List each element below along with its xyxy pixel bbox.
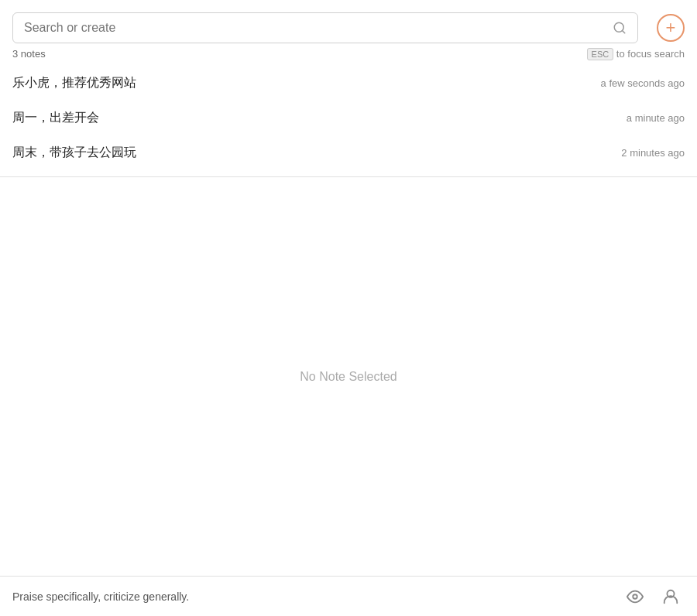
footer-icons: [621, 583, 685, 611]
add-note-button[interactable]: +: [657, 14, 685, 42]
user-icon: [662, 588, 679, 605]
esc-key: ESC: [587, 48, 614, 60]
esc-hint-suffix: to focus search: [613, 48, 685, 60]
search-icon: [613, 21, 627, 35]
note-time: a few seconds ago: [601, 77, 685, 89]
list-item[interactable]: 周一，出差开会 a minute ago: [12, 101, 685, 135]
notes-count: 3 notes: [12, 48, 46, 60]
svg-point-2: [633, 594, 637, 599]
list-item[interactable]: 乐小虎，推荐优秀网站 a few seconds ago: [12, 66, 685, 101]
list-item[interactable]: 周末，带孩子去公园玩 2 minutes ago: [12, 135, 685, 170]
footer-quote: Praise specifically, criticize generally…: [12, 590, 621, 603]
main-content: No Note Selected: [0, 177, 697, 576]
user-icon-button[interactable]: [657, 583, 685, 611]
note-title: 周一，出差开会: [12, 110, 99, 126]
note-title: 乐小虎，推荐优秀网站: [12, 75, 136, 91]
esc-hint: ESC to focus search: [587, 48, 685, 60]
note-time: a minute ago: [627, 112, 685, 124]
top-section: + 3 notes ESC to focus search 乐小虎，推荐优秀网站…: [0, 0, 697, 177]
bottom-bar: Praise specifically, criticize generally…: [0, 576, 697, 616]
note-title: 周末，带孩子去公园玩: [12, 145, 136, 161]
search-row: 3 notes ESC to focus search: [0, 43, 697, 66]
search-input[interactable]: [24, 21, 613, 35]
svg-line-1: [622, 30, 624, 33]
note-time: 2 minutes ago: [621, 147, 685, 159]
eye-icon-button[interactable]: [621, 583, 649, 611]
eye-icon: [627, 588, 644, 605]
notes-list: 乐小虎，推荐优秀网站 a few seconds ago 周一，出差开会 a m…: [0, 66, 697, 170]
no-note-selected-label: No Note Selected: [300, 370, 397, 384]
search-bar-wrapper: +: [0, 0, 697, 43]
search-bar: [12, 12, 638, 43]
